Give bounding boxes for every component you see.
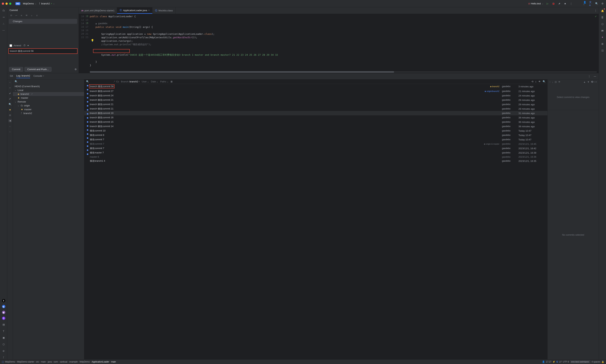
gradle-icon[interactable]: ⬡ [601, 22, 605, 26]
prev-diff-icon[interactable]: ↑ [549, 80, 551, 83]
eye-icon[interactable]: 👁 [558, 80, 561, 83]
log-row[interactable]: branch 修改commit 27◈ origin/branch2gaodeb… [84, 89, 547, 93]
minimize-window-icon[interactable] [5, 2, 8, 5]
run-gutter-icon[interactable]: ▷ [87, 15, 88, 17]
crumb-item[interactable]: main [41, 361, 46, 363]
run-gutter-icon[interactable]: ▷ [87, 22, 88, 24]
plugin-s2-icon[interactable]: S [2, 317, 5, 320]
fetch-icon[interactable]: 🔍 [8, 103, 12, 106]
close-window-icon[interactable] [2, 2, 4, 5]
plugin-s-icon[interactable]: S [2, 299, 5, 302]
debug-icon[interactable]: 🐞 [552, 2, 555, 5]
terminal-icon[interactable]: ▣ [2, 336, 6, 340]
translate-icon[interactable]: 文A [589, 2, 593, 5]
changelist-icon[interactable]: ⟐ [30, 14, 33, 17]
more-actions-icon[interactable]: ⋮ [569, 2, 573, 5]
branch-search[interactable]: 🔍 [13, 79, 84, 84]
services-icon[interactable]: ⬡ [2, 342, 6, 346]
log-rows[interactable]: branch 修改commit 56◈ branch2gaodebo3 minu… [84, 84, 547, 359]
project-tool-icon[interactable]: 🗀 [2, 8, 6, 13]
plugin-o-icon[interactable]: ◐ [2, 305, 5, 308]
commit-and-push-button[interactable]: Commit and Push... [25, 67, 52, 72]
run-config-selector[interactable]: ⊘ Hello.test [528, 2, 543, 5]
crumb-item[interactable]: example [69, 361, 78, 363]
log-row[interactable]: branch 修改commit 24gaodebo24 minutes ago [84, 93, 547, 98]
nav-down-icon[interactable]: ▼ [587, 80, 590, 83]
log-row[interactable]: branch 修改commit 21gaodebo29 minutes ago [84, 106, 547, 111]
crumb-item[interactable]: com [54, 361, 58, 363]
nav-up-icon[interactable]: ▲ [583, 80, 586, 83]
code-area[interactable]: public class ApplicationLoader { ▲ gaode… [90, 14, 599, 73]
notifications-icon[interactable]: 🔔 [601, 9, 605, 13]
filter-date[interactable]: Date ⌄ [151, 80, 158, 83]
search-everywhere-icon[interactable]: 🔍 [595, 2, 598, 5]
run-icon[interactable]: ▷ [546, 2, 549, 5]
maximize-window-icon[interactable] [9, 2, 11, 5]
local-node[interactable]: ⌄Local [13, 88, 84, 92]
tab-application-loader[interactable]: Ⓒ ApplicationLoader.java × [117, 7, 152, 14]
tab-more-icon[interactable]: ⋮ [593, 9, 599, 12]
google-icon[interactable]: G [556, 361, 558, 363]
tab-pom[interactable]: m pom.xml (MdpDemo-starter) [79, 7, 117, 14]
filter-user[interactable]: User ⌄ [142, 80, 149, 83]
log-row[interactable]: branch 修改commit 16gaodebo38 minutes ago [84, 115, 547, 120]
tab-mockito[interactable]: Ⓒ Mockito.class [152, 7, 175, 14]
log-row[interactable]: branch 修改commit 15gaodebo38 minutes ago [84, 120, 547, 124]
head-node[interactable]: HEAD (Current Branch) [13, 84, 84, 88]
crumb-item[interactable]: src [36, 361, 39, 363]
collapse-icon[interactable]: ‹ [8, 80, 12, 84]
collapse2-icon[interactable]: ‹ [8, 125, 12, 128]
log-row[interactable]: branch 修改commit 19gaodebo31 minutes ago [84, 111, 547, 115]
remote-branch2[interactable]: ᚶbranch2 [13, 111, 84, 115]
commit-settings-icon[interactable]: ⚙ [75, 68, 77, 71]
log-row[interactable]: 修改branch1 4gaodebo2023/12/1, 16:35 [84, 159, 547, 163]
log-row[interactable]: master 6gaodebo2023/12/1, 16:36 [84, 155, 547, 159]
clear-icon[interactable]: × [138, 80, 140, 83]
log-row[interactable]: branch 修改commit 21gaodebo29 minutes ago [84, 98, 547, 102]
log-row[interactable]: branch 修改commit 14gaodebo38 minutes ago [84, 124, 547, 129]
branch-branch2[interactable]: ◈branch2↗ [13, 92, 84, 96]
branch-selector[interactable]: ᚶ branch2 ↗ [39, 2, 55, 5]
close-tab-icon[interactable]: × [148, 9, 150, 12]
log-row[interactable]: 修改commit 7◈ origin & mastergaodebo2023/1… [84, 142, 547, 146]
crumb-item[interactable]: main [111, 361, 116, 363]
encoding[interactable]: UTF-8 [563, 361, 569, 363]
commit-message-input[interactable]: branch 修改commit 56 [8, 48, 78, 54]
coverage-icon[interactable]: ◫ [601, 48, 605, 52]
log-row[interactable]: 修改commit 7gaodeboToday 10:47 [84, 137, 547, 142]
intention-bulb-icon[interactable]: 💡 [91, 39, 94, 42]
ai-icon[interactable]: ✦ [27, 44, 29, 47]
maven-icon[interactable]: m [601, 28, 605, 33]
crumb-item[interactable]: MdpDemo [5, 361, 15, 363]
close-icon[interactable]: × [43, 75, 44, 77]
lock-icon[interactable]: 🔒 [601, 361, 604, 363]
settings-icon[interactable]: ⚙ [8, 114, 12, 117]
more-icon[interactable]: › [8, 130, 12, 133]
crumb-item[interactable]: MdpDemo-starter [17, 361, 34, 363]
origin-node[interactable]: ⌄🗀origin [13, 104, 84, 107]
log-row[interactable]: 修改commit 7gaodebo2023/12/1, 16:42 [84, 146, 547, 151]
diff-icon[interactable]: ≡ [20, 14, 23, 17]
plugin-icon[interactable]: ⊞ [601, 42, 605, 46]
refresh-icon[interactable]: ⟳ [10, 14, 13, 17]
editor-body[interactable]: ✓ 10 11 12 13 14 15 16 17 18 19 20 21 22… [79, 14, 599, 73]
stop-icon[interactable]: ■ [564, 2, 567, 5]
filter-paths[interactable]: Paths ⌄ [160, 80, 169, 83]
log-row[interactable]: 修改commit 10gaodeboToday 10:47 [84, 129, 547, 133]
new-branch-icon[interactable]: + [8, 86, 12, 89]
next-diff-icon[interactable]: ↓ [552, 80, 553, 83]
expand-icon[interactable]: ⇥ [8, 119, 12, 122]
commit-tool-icon[interactable]: ⊸ [2, 15, 6, 19]
group-icon[interactable]: ⤫ [35, 14, 39, 17]
panel-options-icon[interactable]: ⋮ [588, 75, 591, 78]
tab-log[interactable]: Log: branch2 [16, 74, 30, 78]
favorite-icon[interactable]: ★ [8, 108, 12, 111]
plugin-swirl-icon[interactable]: ◉ [2, 311, 5, 314]
git-tool-icon[interactable]: ᚶ [2, 355, 6, 359]
crumb-item[interactable]: MdpDemo [80, 361, 90, 363]
database-icon[interactable]: 🗄 [601, 15, 605, 19]
changes-node[interactable]: Changes [9, 19, 77, 24]
rollback-icon[interactable]: ⤺ [15, 14, 18, 17]
indent-info[interactable]: 4 spaces [592, 361, 600, 363]
cherry-pick-icon[interactable]: ⫰ [535, 80, 537, 83]
